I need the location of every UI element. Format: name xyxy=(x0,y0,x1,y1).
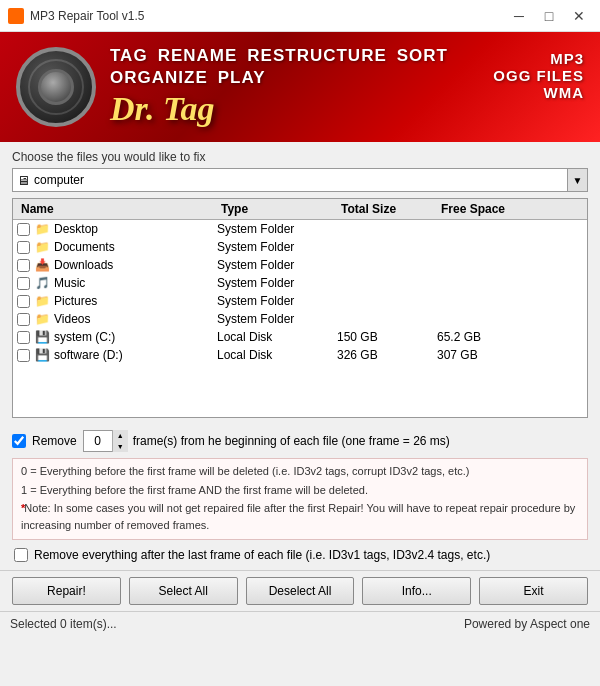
col-total-size: Total Size xyxy=(337,201,437,217)
deselect-all-button[interactable]: Deselect All xyxy=(246,577,355,605)
banner: TAG RENAME RESTRUCTURE SORT ORGANIZE PLA… xyxy=(0,32,600,142)
banner-wma: WMA xyxy=(493,84,584,101)
row-checkbox-2[interactable] xyxy=(17,259,30,272)
info-text-0: 0 = Everything before the first frame wi… xyxy=(19,463,581,480)
col-name: Name xyxy=(17,201,217,217)
file-icon-5: 📁 xyxy=(34,311,50,327)
file-name-6: system (C:) xyxy=(54,330,115,344)
file-row-name: 📁 Videos xyxy=(17,311,217,327)
file-icon-1: 📁 xyxy=(34,239,50,255)
frames-suffix: frame(s) from he beginning of each file … xyxy=(133,434,450,448)
banner-keyword-restructure: RESTRUCTURE xyxy=(247,46,386,66)
table-row[interactable]: 📁 Videos System Folder xyxy=(13,310,587,328)
file-row-name: 📁 Pictures xyxy=(17,293,217,309)
banner-ogg: OGG FILES xyxy=(493,67,584,84)
maximize-button[interactable]: □ xyxy=(536,5,562,27)
row-checkbox-7[interactable] xyxy=(17,349,30,362)
file-name-7: software (D:) xyxy=(54,348,123,362)
remove-row: Remove ▲ ▼ frame(s) from he beginning of… xyxy=(12,430,588,452)
file-icon-6: 💾 xyxy=(34,329,50,345)
file-type-6: Local Disk xyxy=(217,330,337,344)
row-checkbox-1[interactable] xyxy=(17,241,30,254)
file-row-name: 💾 system (C:) xyxy=(17,329,217,345)
info-note: * Note: In some cases you will not get r… xyxy=(19,500,581,533)
file-name-3: Music xyxy=(54,276,85,290)
file-type-3: System Folder xyxy=(217,276,337,290)
row-checkbox-5[interactable] xyxy=(17,313,30,326)
file-name-5: Videos xyxy=(54,312,90,326)
remove-last-checkbox[interactable] xyxy=(14,548,28,562)
remove-last-label: Remove everything after the last frame o… xyxy=(34,548,490,562)
banner-right: MP3 OGG FILES WMA xyxy=(493,50,584,101)
location-dropdown-row: 🖥 computer ▼ xyxy=(12,168,588,192)
select-all-button[interactable]: Select All xyxy=(129,577,238,605)
file-name-1: Documents xyxy=(54,240,115,254)
file-icon-3: 🎵 xyxy=(34,275,50,291)
col-free-space: Free Space xyxy=(437,201,537,217)
info-box: 0 = Everything before the first frame wi… xyxy=(12,458,588,540)
close-button[interactable]: ✕ xyxy=(566,5,592,27)
dropdown-value: computer xyxy=(34,173,84,187)
remove-last-row: Remove everything after the last frame o… xyxy=(12,544,588,566)
file-type-7: Local Disk xyxy=(217,348,337,362)
file-row-name: 🎵 Music xyxy=(17,275,217,291)
file-type-2: System Folder xyxy=(217,258,337,272)
exit-button[interactable]: Exit xyxy=(479,577,588,605)
spinner-down[interactable]: ▼ xyxy=(112,441,128,452)
file-list-header: Name Type Total Size Free Space xyxy=(13,199,587,220)
file-type-0: System Folder xyxy=(217,222,337,236)
file-row-name: 📁 Documents xyxy=(17,239,217,255)
computer-icon: 🖥 xyxy=(17,173,30,188)
table-row[interactable]: 📁 Pictures System Folder xyxy=(13,292,587,310)
location-dropdown[interactable]: 🖥 computer xyxy=(12,168,568,192)
file-icon-0: 📁 xyxy=(34,221,50,237)
file-total-size-6: 150 GB xyxy=(337,330,437,344)
row-checkbox-3[interactable] xyxy=(17,277,30,290)
banner-keyword-play: PLAY xyxy=(218,68,266,88)
banner-keyword-tag: TAG xyxy=(110,46,148,66)
file-type-1: System Folder xyxy=(217,240,337,254)
file-name-2: Downloads xyxy=(54,258,113,272)
info-button[interactable]: Info... xyxy=(362,577,471,605)
table-row[interactable]: 🎵 Music System Folder xyxy=(13,274,587,292)
status-bar: Selected 0 item(s)... Powered by Aspect … xyxy=(0,611,600,635)
file-icon-2: 📥 xyxy=(34,257,50,273)
banner-keyword-rename: RENAME xyxy=(158,46,238,66)
table-row[interactable]: 📁 Documents System Folder xyxy=(13,238,587,256)
row-checkbox-6[interactable] xyxy=(17,331,30,344)
banner-mp3: MP3 xyxy=(493,50,584,67)
frames-input[interactable] xyxy=(84,431,112,451)
table-row[interactable]: 📁 Desktop System Folder xyxy=(13,220,587,238)
app-title: MP3 Repair Tool v1.5 xyxy=(30,9,145,23)
minimize-button[interactable]: ─ xyxy=(506,5,532,27)
status-right: Powered by Aspect one xyxy=(464,617,590,631)
file-row-name: 💾 software (D:) xyxy=(17,347,217,363)
file-type-5: System Folder xyxy=(217,312,337,326)
remove-label: Remove xyxy=(32,434,77,448)
row-checkbox-4[interactable] xyxy=(17,295,30,308)
dropdown-arrow[interactable]: ▼ xyxy=(568,168,588,192)
title-bar: MP3 Repair Tool v1.5 ─ □ ✕ xyxy=(0,0,600,32)
main-content: Choose the files you would like to fix 🖥… xyxy=(0,142,600,424)
frames-spinner[interactable]: ▲ ▼ xyxy=(83,430,127,452)
action-bar: Repair! Select All Deselect All Info... … xyxy=(0,570,600,611)
banner-keyword-organize: ORGANIZE xyxy=(110,68,208,88)
file-name-4: Pictures xyxy=(54,294,97,308)
spinner-up[interactable]: ▲ xyxy=(112,430,128,441)
banner-keyword-sort: SORT xyxy=(397,46,448,66)
spinner-buttons: ▲ ▼ xyxy=(112,430,128,452)
table-row[interactable]: 📥 Downloads System Folder xyxy=(13,256,587,274)
row-checkbox-0[interactable] xyxy=(17,223,30,236)
col-type: Type xyxy=(217,201,337,217)
choose-label: Choose the files you would like to fix xyxy=(12,150,588,164)
table-row[interactable]: 💾 system (C:) Local Disk 150 GB 65.2 GB xyxy=(13,328,587,346)
file-row-name: 📁 Desktop xyxy=(17,221,217,237)
status-left: Selected 0 item(s)... xyxy=(10,617,117,631)
speaker-icon xyxy=(16,47,96,127)
file-list-rows: 📁 Desktop System Folder 📁 Documents Syst… xyxy=(13,220,587,364)
table-row[interactable]: 💾 software (D:) Local Disk 326 GB 307 GB xyxy=(13,346,587,364)
info-note-text: Note: In some cases you will not get rep… xyxy=(21,502,575,531)
window-controls: ─ □ ✕ xyxy=(506,5,592,27)
remove-checkbox[interactable] xyxy=(12,434,26,448)
repair-button[interactable]: Repair! xyxy=(12,577,121,605)
